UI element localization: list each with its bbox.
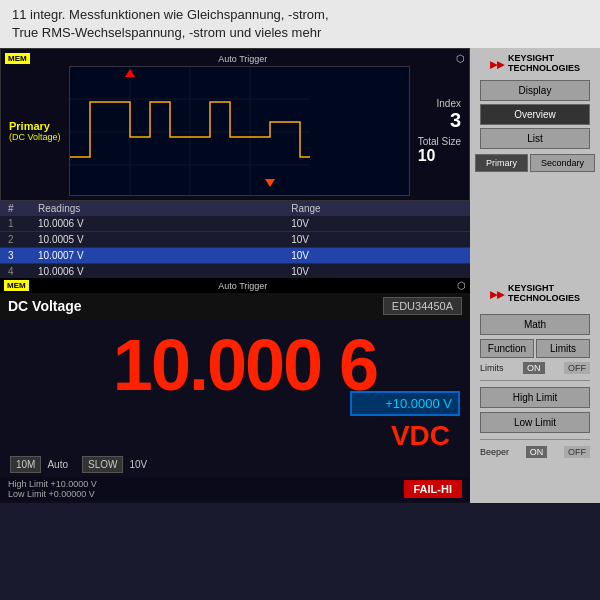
instrument-footer: 10MAutoSLOW10V — [0, 452, 470, 477]
table-cell-num-3: 4 — [0, 264, 30, 279]
top-banner: 11 integr. Messfunktionen wie Gleichspan… — [0, 0, 600, 48]
keysight-chevron-icon-bottom: ▸▸ — [490, 286, 504, 302]
high-limit-line: High Limit +10.0000 V — [8, 479, 396, 489]
usb-icon: ⬡ — [456, 53, 465, 64]
display-button[interactable]: Display — [480, 80, 590, 101]
total-size-box: Total Size 10 — [418, 136, 461, 165]
banner-line1: 11 integr. Messfunktionen wie Gleichspan… — [12, 6, 588, 24]
primary-nav-btn[interactable]: Primary — [475, 154, 528, 172]
high-limit-button[interactable]: High Limit — [480, 387, 590, 408]
model-badge: EDU34450A — [383, 297, 462, 315]
low-limit-line: Low Limit +0.00000 V — [8, 489, 396, 499]
mem-badge: MEM — [5, 53, 30, 64]
primary-label: Primary — [9, 120, 61, 132]
secondary-nav-btn[interactable]: Secondary — [530, 154, 595, 172]
table-cell-range-1: 10V — [283, 232, 470, 248]
table-cell-num-0: 1 — [0, 216, 30, 232]
mem-badge2: MEM — [4, 280, 29, 291]
keysight-brand-text-bottom: KEYSIGHT TECHNOLOGIES — [508, 284, 580, 304]
auto-label: Auto — [47, 459, 68, 470]
waveform-display — [69, 66, 410, 196]
col-range-header: Range — [283, 201, 470, 216]
math-button[interactable]: Math — [480, 314, 590, 335]
limits-toggle-row: Limits ON OFF — [480, 362, 590, 374]
limits-status-row: High Limit +10.0000 V Low Limit +0.00000… — [0, 477, 470, 501]
table-cell-num-1: 2 — [0, 232, 30, 248]
function-button[interactable]: Function — [480, 339, 534, 358]
upper-section: MEM Auto Trigger ⬡ Primary (DC Voltage) — [0, 48, 600, 278]
divider2 — [480, 439, 590, 440]
keysight-brand-text: KEYSIGHT TECHNOLOGIES — [508, 54, 580, 74]
scope-panel: MEM Auto Trigger ⬡ Primary (DC Voltage) — [0, 48, 470, 201]
total-size-value: 10 — [418, 147, 461, 165]
high-limit-label: High Limit — [8, 479, 48, 489]
limits-off-toggle[interactable]: OFF — [564, 362, 590, 374]
scope-header: MEM Auto Trigger ⬡ — [5, 53, 465, 64]
reading-input-box[interactable]: +10.0000 V — [350, 391, 460, 416]
table-cell-range-0: 10V — [283, 216, 470, 232]
lower-section: MEM Auto Trigger ⬡ DC Voltage EDU34450A … — [0, 278, 600, 503]
waveform-svg — [70, 67, 310, 196]
limits-toggle-label: Limits — [480, 363, 504, 373]
svg-marker-7 — [265, 179, 275, 187]
low-limit-label: Low Limit — [8, 489, 46, 499]
keysight-logo-top: ▸▸ KEYSIGHT TECHNOLOGIES — [490, 54, 580, 74]
table-cell-range-2: 10V — [283, 248, 470, 264]
col-readings-header: Readings — [30, 201, 283, 216]
readings-table-area: # Readings Range 110.0006 V10V210.0005 V… — [0, 201, 470, 278]
limits-on-toggle[interactable]: ON — [523, 362, 545, 374]
auto-trigger2: Auto Trigger — [218, 281, 267, 291]
col-num-header: # — [0, 201, 30, 216]
divider1 — [480, 380, 590, 381]
list-button[interactable]: List — [480, 128, 590, 149]
function-limits-row: Function Limits — [480, 339, 590, 358]
table-cell-reading-2: 10.0007 V — [30, 248, 283, 264]
auto-trigger-label: Auto Trigger — [218, 54, 267, 64]
index-box: Index 3 — [437, 98, 461, 132]
range-label: 10V — [129, 459, 147, 470]
keysight-top-panel: ▸▸ KEYSIGHT TECHNOLOGIES Display Overvie… — [470, 48, 600, 278]
table-cell-range-3: 10V — [283, 264, 470, 279]
beeper-toggle-label: Beeper — [480, 447, 509, 457]
high-limit-value: +10.0000 V — [51, 479, 97, 489]
keysight-bottom-panel: ▸▸ KEYSIGHT TECHNOLOGIES Math Function L… — [470, 278, 600, 503]
index-value: 3 — [437, 109, 461, 132]
rate-badge-10m: 10M — [10, 456, 41, 473]
table-cell-num-2: 3 — [0, 248, 30, 264]
limits-button[interactable]: Limits — [536, 339, 590, 358]
big-reading-display: 10.000 6 — [0, 319, 470, 401]
total-size-label: Total Size — [418, 136, 461, 147]
scope-left-labels: Primary (DC Voltage) — [5, 66, 65, 196]
low-limit-button[interactable]: Low Limit — [480, 412, 590, 433]
dc-voltage-label: (DC Voltage) — [9, 132, 61, 142]
fail-hi-badge: FAIL-HI — [404, 480, 463, 498]
readings-table: # Readings Range 110.0006 V10V210.0005 V… — [0, 201, 470, 278]
overview-button[interactable]: Overview — [480, 104, 590, 125]
beeper-off-toggle[interactable]: OFF — [564, 446, 590, 458]
usb-icon2: ⬡ — [457, 280, 466, 291]
keysight-logo-bottom: ▸▸ KEYSIGHT TECHNOLOGIES — [490, 284, 580, 304]
table-cell-reading-0: 10.0006 V — [30, 216, 283, 232]
keysight-chevron-icon: ▸▸ — [490, 56, 504, 72]
scope-index-area: Index 3 Total Size 10 — [414, 66, 465, 196]
primary-secondary-row: Primary Secondary — [475, 154, 595, 172]
beeper-on-toggle[interactable]: ON — [526, 446, 548, 458]
rate-badge-slow: SLOW — [82, 456, 123, 473]
dc-voltage-title: DC Voltage — [8, 298, 82, 314]
instrument-main: MEM Auto Trigger ⬡ DC Voltage EDU34450A … — [0, 278, 470, 503]
scope-content: Primary (DC Voltage) — [5, 66, 465, 196]
low-limit-value: +0.00000 V — [49, 489, 95, 499]
banner-line2: True RMS-Wechselspannung, -strom und vie… — [12, 24, 588, 42]
table-cell-reading-3: 10.0006 V — [30, 264, 283, 279]
instrument-header: MEM Auto Trigger ⬡ — [0, 278, 470, 293]
beeper-toggle-row: Beeper ON OFF — [480, 446, 590, 458]
table-cell-reading-1: 10.0005 V — [30, 232, 283, 248]
limits-info: High Limit +10.0000 V Low Limit +0.00000… — [8, 479, 396, 499]
vdc-label: VDC — [0, 420, 470, 452]
instrument-info-row: DC Voltage EDU34450A — [0, 293, 470, 319]
left-column: MEM Auto Trigger ⬡ Primary (DC Voltage) — [0, 48, 470, 278]
index-label: Index — [437, 98, 461, 109]
svg-marker-6 — [125, 69, 135, 77]
